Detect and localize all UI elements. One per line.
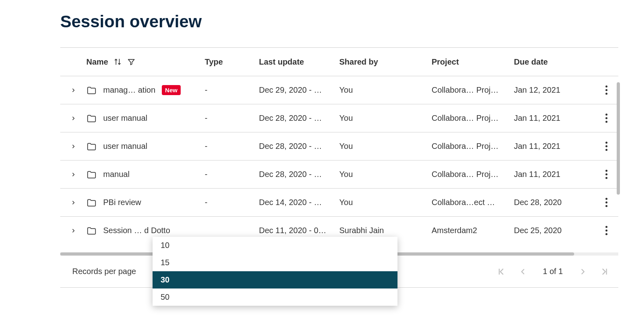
table-row: manual-Dec 28, 2020 - …YouCollabora… Pro… — [60, 160, 618, 188]
row-actions-button[interactable] — [594, 142, 618, 151]
new-badge: New — [162, 85, 181, 95]
table-row: user manual-Dec 28, 2020 - …YouCollabora… — [60, 132, 618, 160]
page-next-button[interactable] — [577, 266, 589, 277]
kebab-icon — [605, 114, 607, 123]
folder-icon — [86, 114, 97, 123]
expand-row-button[interactable] — [60, 144, 86, 149]
page-title: Session overview — [60, 12, 644, 31]
folder-icon — [86, 226, 97, 235]
row-name: user manual — [103, 114, 147, 123]
name-cell[interactable]: user manual — [86, 142, 205, 151]
cell-type: - — [205, 142, 259, 151]
folder-icon — [86, 86, 97, 95]
cell-last-update: Dec 28, 2020 - … — [259, 114, 339, 123]
cell-shared-by: You — [339, 142, 432, 151]
column-name[interactable]: Name — [86, 57, 205, 67]
expand-row-button[interactable] — [60, 200, 86, 205]
column-project[interactable]: Project — [432, 57, 514, 67]
chevron-right-icon — [71, 144, 76, 149]
name-cell[interactable]: Session … d Dotto — [86, 226, 205, 235]
column-last-update[interactable]: Last update — [259, 57, 339, 67]
chevron-right-icon — [71, 228, 76, 234]
chevron-right-icon — [71, 172, 76, 177]
page-prev-button[interactable] — [517, 266, 528, 277]
expand-row-button[interactable] — [60, 116, 86, 121]
page-info: 1 of 1 — [543, 267, 563, 276]
table-row: manag… ationNew-Dec 29, 2020 - …YouColla… — [60, 76, 618, 104]
cell-project: Amsterdam2 — [432, 226, 514, 235]
name-cell[interactable]: PBi review — [86, 198, 205, 207]
records-per-page-label: Records per page — [72, 267, 136, 276]
cell-last-update: Dec 28, 2020 - … — [259, 170, 339, 179]
kebab-icon — [605, 85, 607, 95]
records-per-page-option[interactable]: 15 — [153, 254, 397, 271]
cell-due-date: Jan 12, 2021 — [514, 85, 594, 95]
records-per-page-dropdown: 10153050 — [153, 237, 397, 306]
cell-project: Collabora… Proj… — [432, 114, 514, 123]
cell-shared-by: You — [339, 85, 432, 95]
records-per-page-option[interactable]: 50 — [153, 288, 397, 306]
sort-icon[interactable] — [114, 58, 122, 66]
records-per-page-option[interactable]: 10 — [153, 237, 397, 254]
chevron-right-icon — [71, 200, 76, 205]
cell-due-date: Jan 11, 2021 — [514, 142, 594, 151]
cell-type: - — [205, 170, 259, 179]
page-last-button[interactable] — [599, 266, 610, 277]
row-name: manual — [103, 170, 130, 179]
chevron-right-icon — [71, 116, 76, 121]
row-actions-button[interactable] — [594, 226, 618, 235]
cell-shared-by: You — [339, 198, 432, 207]
row-actions-button[interactable] — [594, 198, 618, 207]
cell-due-date: Jan 11, 2021 — [514, 170, 594, 179]
records-per-page-option[interactable]: 30 — [153, 271, 397, 288]
row-actions-button[interactable] — [594, 170, 618, 179]
name-cell[interactable]: manag… ationNew — [86, 85, 205, 95]
folder-icon — [86, 142, 97, 151]
vertical-scrollbar[interactable] — [617, 82, 620, 195]
row-actions-button[interactable] — [594, 114, 618, 123]
cell-project: Collabora… Proj… — [432, 85, 514, 95]
kebab-icon — [605, 170, 607, 179]
table-header-row: Name Type Last update Shared by Project … — [60, 48, 618, 76]
kebab-icon — [605, 142, 607, 151]
cell-last-update: Dec 28, 2020 - … — [259, 142, 339, 151]
expand-row-button[interactable] — [60, 87, 86, 93]
cell-due-date: Dec 28, 2020 — [514, 198, 594, 207]
name-cell[interactable]: user manual — [86, 114, 205, 123]
cell-type: - — [205, 85, 259, 95]
row-name: manag… ation — [103, 85, 155, 95]
folder-icon — [86, 198, 97, 207]
row-name: user manual — [103, 142, 147, 151]
cell-project: Collabora…ect … — [432, 198, 514, 207]
cell-last-update: Dec 14, 2020 - … — [259, 198, 339, 207]
table-row: PBi review-Dec 14, 2020 - …YouCollabora…… — [60, 188, 618, 216]
cell-shared-by: You — [339, 170, 432, 179]
cell-last-update: Dec 29, 2020 - … — [259, 85, 339, 95]
cell-type: - — [205, 198, 259, 207]
expand-row-button[interactable] — [60, 228, 86, 234]
kebab-icon — [605, 226, 607, 235]
row-actions-button[interactable] — [594, 85, 618, 95]
cell-project: Collabora… Proj… — [432, 142, 514, 151]
column-name-label: Name — [86, 57, 108, 67]
row-name: Session … d Dotto — [103, 226, 170, 235]
table-row: user manual-Dec 28, 2020 - …YouCollabora… — [60, 104, 618, 132]
expand-row-button[interactable] — [60, 172, 86, 177]
name-cell[interactable]: manual — [86, 170, 205, 179]
cell-shared-by: Surabhi Jain — [339, 226, 432, 235]
cell-type: - — [205, 114, 259, 123]
row-name: PBi review — [103, 198, 141, 207]
cell-due-date: Jan 11, 2021 — [514, 114, 594, 123]
column-due-date[interactable]: Due date — [514, 57, 594, 67]
folder-icon — [86, 170, 97, 179]
cell-due-date: Dec 25, 2020 — [514, 226, 594, 235]
chevron-right-icon — [71, 87, 76, 93]
column-shared-by[interactable]: Shared by — [339, 57, 432, 67]
cell-project: Collabora… Proj… — [432, 170, 514, 179]
kebab-icon — [605, 198, 607, 207]
column-type[interactable]: Type — [205, 57, 259, 67]
filter-icon[interactable] — [127, 58, 135, 66]
cell-last-update: Dec 11, 2020 - 0… — [259, 226, 339, 235]
page-first-button[interactable] — [495, 266, 507, 277]
cell-shared-by: You — [339, 114, 432, 123]
